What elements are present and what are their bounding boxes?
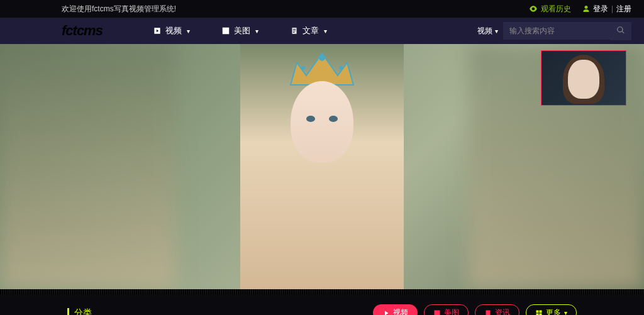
user-icon <box>582 5 590 13</box>
chevron-down-icon: ▾ <box>324 28 327 35</box>
nav-item-image[interactable]: 美图 ▾ <box>221 25 258 36</box>
chevron-down-icon: ▾ <box>187 28 190 35</box>
category-section: 分类 视频 美图 资讯 更多 ▾ <box>0 289 644 315</box>
search-group: 视频 ▾ <box>472 22 631 40</box>
chevron-down-icon: ▾ <box>564 309 567 315</box>
video-icon <box>153 26 162 35</box>
svg-point-0 <box>319 55 325 61</box>
category-heading-text: 分类 <box>74 307 92 316</box>
pill-label: 资讯 <box>495 307 510 315</box>
document-icon <box>484 309 492 316</box>
welcome-text: 欢迎使用fctcms写真视频管理系统! <box>62 4 176 14</box>
nav-item-article[interactable]: 文章 ▾ <box>290 25 327 36</box>
eye-icon <box>529 4 538 13</box>
logo[interactable]: fctcms <box>62 23 103 39</box>
accent-bar-icon <box>67 308 69 316</box>
watch-history-label: 观看历史 <box>541 4 571 14</box>
image-icon <box>433 309 441 316</box>
pill-label: 更多 <box>546 307 561 315</box>
utility-bar: 欢迎使用fctcms写真视频管理系统! 观看历史 登录 | 注册 <box>0 0 644 18</box>
hero-carousel[interactable] <box>0 44 644 289</box>
chevron-down-icon: ▾ <box>255 28 258 35</box>
login-link[interactable]: 登录 <box>593 4 608 14</box>
document-icon <box>290 26 299 35</box>
grid-icon <box>535 309 543 316</box>
category-heading: 分类 <box>67 307 92 316</box>
auth-separator: | <box>611 4 613 13</box>
pill-label: 视频 <box>393 307 408 315</box>
search-category-label: 视频 <box>477 26 492 36</box>
filter-pill-video[interactable]: 视频 <box>373 304 418 315</box>
pill-label: 美图 <box>444 307 459 315</box>
register-link[interactable]: 注册 <box>616 4 631 14</box>
search-button[interactable] <box>610 22 631 40</box>
search-input[interactable] <box>503 22 610 40</box>
nav-label: 美图 <box>234 25 250 36</box>
image-icon <box>221 26 230 35</box>
svg-point-1 <box>301 66 305 70</box>
search-icon <box>616 26 625 35</box>
filter-pill-more[interactable]: 更多 ▾ <box>526 304 577 315</box>
search-category-select[interactable]: 视频 ▾ <box>472 26 503 36</box>
nav-label: 文章 <box>303 25 319 36</box>
auth-links: 登录 | 注册 <box>582 4 631 14</box>
filter-pill-news[interactable]: 资讯 <box>475 304 519 315</box>
portrait-illustration <box>284 50 360 163</box>
chevron-down-icon: ▾ <box>495 28 498 35</box>
video-icon <box>382 309 390 316</box>
carousel-thumbnail[interactable] <box>541 50 626 106</box>
watch-history-link[interactable]: 观看历史 <box>529 4 571 14</box>
filter-pill-image[interactable]: 美图 <box>424 304 469 315</box>
nav-item-video[interactable]: 视频 ▾ <box>153 25 190 36</box>
carousel-main-slide[interactable] <box>240 44 404 289</box>
svg-point-2 <box>339 66 343 70</box>
nav-label: 视频 <box>165 25 182 36</box>
main-nav: fctcms 视频 ▾ 美图 ▾ 文章 ▾ 视频 ▾ <box>0 18 644 44</box>
